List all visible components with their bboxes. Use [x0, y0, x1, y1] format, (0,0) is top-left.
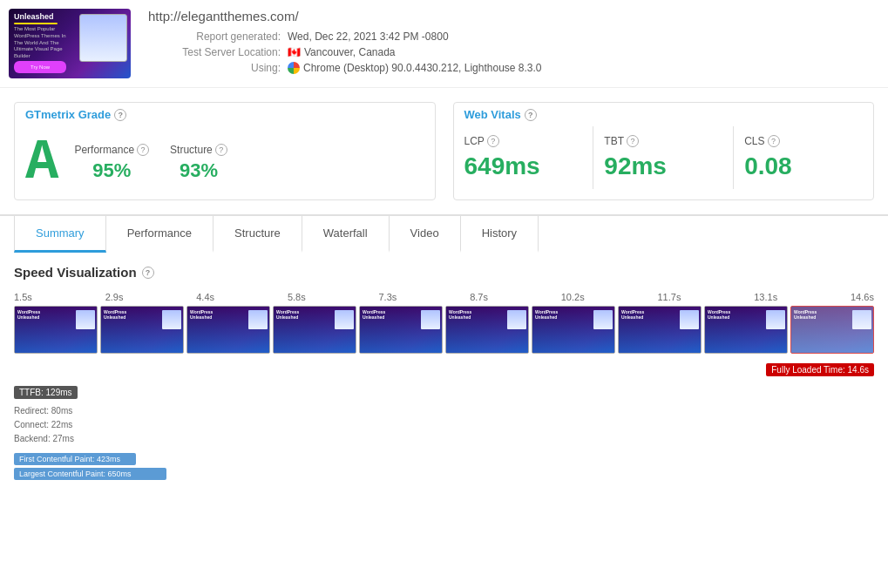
using-row: Using: Chrome (Desktop) 90.0.4430.212, L…: [148, 62, 874, 74]
using-value: Chrome (Desktop) 90.0.4430.212, Lighthou…: [288, 62, 542, 74]
server-location-label: Test Server Location:: [148, 46, 288, 58]
site-thumbnail: Unleashed The Most Popular WordPress The…: [9, 9, 131, 78]
structure-value: 93%: [170, 159, 227, 182]
tab-history[interactable]: History: [461, 216, 539, 253]
structure-label: Structure ?: [170, 144, 227, 156]
ts-4: 5.8s: [288, 292, 306, 302]
speed-viz-area: 1.5s 2.9s 4.4s 5.8s 7.3s 8.7s 10.2s 11.7…: [14, 292, 874, 480]
lcp-bar-label: Largest Contentful Paint: 650ms: [19, 470, 132, 478]
using-label: Using:: [148, 62, 288, 74]
tab-structure[interactable]: Structure: [214, 216, 302, 253]
tbt-help-icon[interactable]: ?: [627, 135, 639, 147]
ts-1: 1.5s: [14, 292, 32, 302]
chrome-icon: [288, 62, 300, 74]
structure-metric: Structure ? 93%: [170, 144, 227, 182]
site-url: http://elegantthemes.com/: [148, 9, 874, 24]
gtmetrix-grade-title: GTmetrix Grade: [25, 108, 111, 121]
performance-metric: Performance ? 95%: [74, 144, 149, 182]
fully-loaded-label: Fully Loaded Time: 14.6s: [766, 363, 874, 376]
metrics-section: GTmetrix Grade ? A Performance ? 95% Str…: [0, 88, 888, 214]
grade-letter: A: [25, 135, 57, 191]
thumb-frame-6: WordPressUnleashed: [445, 306, 529, 354]
web-vitals-box: Web Vitals ? LCP ? 649ms TBT ? 92ms CL: [453, 102, 875, 200]
tabs-section: Summary Performance Structure Waterfall …: [0, 214, 888, 251]
backend-timing: Backend: 27ms: [14, 432, 78, 446]
speed-viz-help-icon[interactable]: ?: [142, 267, 154, 279]
lcp-value: 649ms: [464, 152, 583, 180]
ts-2: 2.9s: [105, 292, 124, 302]
thumb-site-sub: The Most Popular WordPress Themes In The…: [14, 26, 75, 60]
server-location-value: 🇨🇦 Vancouver, Canada: [288, 46, 396, 58]
thumb-frame-2: WordPressUnleashed: [100, 306, 184, 354]
report-generated-label: Report generated:: [148, 30, 288, 43]
fcp-bar-container: First Contentful Paint: 423ms: [14, 453, 874, 465]
server-location-row: Test Server Location: 🇨🇦 Vancouver, Cana…: [148, 46, 874, 58]
fcp-bar: First Contentful Paint: 423ms: [14, 453, 136, 465]
thumb-frame-3: WordPressUnleashed: [186, 306, 270, 354]
grade-content: A Performance ? 95% Structure ? 93%: [15, 126, 435, 199]
site-info: http://elegantthemes.com/ Report generat…: [148, 9, 874, 78]
gtmetrix-grade-box: GTmetrix Grade ? A Performance ? 95% Str…: [14, 102, 436, 200]
lcp-bar-container: Largest Contentful Paint: 650ms: [14, 468, 874, 480]
performance-help-icon[interactable]: ?: [137, 144, 149, 156]
tab-waterfall[interactable]: Waterfall: [302, 216, 390, 253]
report-generated-row: Report generated: Wed, Dec 22, 2021 3:42…: [148, 30, 874, 43]
thumb-preview: [79, 14, 127, 62]
thumb-frame-10: WordPressUnleashed: [790, 306, 874, 354]
top-section: Unleashed The Most Popular WordPress The…: [0, 0, 888, 88]
web-vitals-header: Web Vitals ?: [454, 103, 874, 126]
timestamps-row: 1.5s 2.9s 4.4s 5.8s 7.3s 8.7s 10.2s 11.7…: [14, 292, 874, 302]
performance-value: 95%: [74, 159, 149, 182]
ts-3: 4.4s: [196, 292, 214, 302]
lcp-bar: Largest Contentful Paint: 650ms: [14, 468, 166, 480]
fcp-bar-label: First Contentful Paint: 423ms: [19, 455, 120, 463]
thumb-frame-9: WordPressUnleashed: [704, 306, 788, 354]
cls-vital: CLS ? 0.08: [734, 126, 873, 189]
thumb-site-title: Unleashed: [14, 12, 75, 21]
tab-summary[interactable]: Summary: [14, 216, 106, 253]
tab-video[interactable]: Video: [390, 216, 461, 253]
ts-5: 7.3s: [379, 292, 397, 302]
connect-timing: Connect: 22ms: [14, 418, 78, 432]
tbt-vital: TBT ? 92ms: [593, 126, 734, 189]
lcp-help-icon[interactable]: ?: [487, 135, 499, 147]
speed-viz-title: Speed Visualization ?: [14, 265, 874, 280]
timing-details: Redirect: 80ms Connect: 22ms Backend: 27…: [14, 404, 78, 446]
tabs-bar: Summary Performance Structure Waterfall …: [14, 216, 874, 251]
cls-value: 0.08: [744, 152, 863, 180]
thumb-frame-4: WordPressUnleashed: [273, 306, 356, 354]
ts-10: 14.6s: [851, 292, 874, 302]
report-generated-value: Wed, Dec 22, 2021 3:42 PM -0800: [288, 30, 449, 43]
lcp-label: LCP ?: [464, 135, 583, 147]
summary-section: Speed Visualization ? 1.5s 2.9s 4.4s 5.8…: [0, 251, 888, 494]
ts-6: 8.7s: [470, 292, 488, 302]
thumb-frame-1: WordPressUnleashed: [14, 306, 98, 354]
lcp-vital: LCP ? 649ms: [454, 126, 594, 189]
vitals-content: LCP ? 649ms TBT ? 92ms CLS ? 0.08: [454, 126, 874, 189]
ts-9: 13.1s: [754, 292, 777, 302]
thumb-frame-5: WordPressUnleashed: [359, 306, 443, 354]
ts-7: 10.2s: [561, 292, 585, 302]
ttfb-area: TTFB: 129ms Redirect: 80ms Connect: 22ms…: [14, 385, 78, 446]
vitals-help-icon[interactable]: ?: [525, 109, 537, 121]
gtmetrix-help-icon[interactable]: ?: [114, 109, 126, 121]
tbt-label: TBT ?: [604, 135, 722, 147]
redirect-timing: Redirect: 80ms: [14, 404, 78, 418]
thumbnails-row: WordPressUnleashed WordPressUnleashed Wo…: [14, 306, 874, 354]
ttfb-label: TTFB: 129ms: [14, 386, 78, 399]
timing-area: TTFB: 129ms Redirect: 80ms Connect: 22ms…: [14, 385, 874, 446]
fully-loaded-wrapper: Fully Loaded Time: 14.6s: [14, 362, 874, 380]
thumb-frame-7: WordPressUnleashed: [532, 306, 615, 354]
tbt-value: 92ms: [604, 152, 722, 180]
structure-help-icon[interactable]: ?: [215, 144, 227, 156]
tab-performance[interactable]: Performance: [106, 216, 214, 253]
grade-metrics: Performance ? 95% Structure ? 93%: [74, 144, 227, 182]
gtmetrix-grade-header: GTmetrix Grade ?: [15, 103, 435, 126]
paint-bars: First Contentful Paint: 423ms Largest Co…: [14, 453, 874, 480]
cls-label: CLS ?: [744, 135, 863, 147]
thumb-frame-8: WordPressUnleashed: [618, 306, 702, 354]
cls-help-icon[interactable]: ?: [768, 135, 780, 147]
canada-flag-icon: 🇨🇦: [288, 46, 301, 58]
performance-label: Performance ?: [74, 144, 149, 156]
web-vitals-title: Web Vitals: [464, 108, 521, 121]
